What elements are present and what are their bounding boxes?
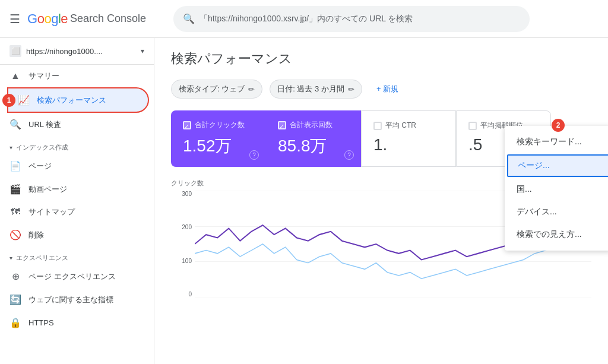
header: ☰ Google Search Console 🔍 「https://nihon… — [0, 0, 608, 38]
remove-icon: 🚫 — [10, 229, 21, 240]
sidebar-item-web-vitals[interactable]: 🔄 ウェブに関する主な指標 — [0, 288, 149, 311]
sidebar-item-video-pages[interactable]: 🎬 動画ページ — [0, 178, 149, 201]
sidebar-item-remove[interactable]: 🚫 削除 — [0, 223, 149, 246]
step1-badge: 1 — [2, 94, 15, 107]
impressions-label: 合計表示回数 — [278, 120, 349, 130]
ctr-label: 平均 CTR — [373, 121, 444, 131]
search-type-label: 検索タイプ: ウェブ — [179, 84, 245, 94]
y-value-200: 200 — [171, 224, 192, 230]
app-title: Search Console — [70, 12, 146, 25]
y-value-300: 300 — [171, 191, 192, 197]
clicks-help-icon[interactable]: ? — [249, 150, 259, 160]
page-title: 検索パフォーマンス — [171, 50, 591, 68]
section-index: インデックス作成 — [0, 136, 154, 154]
logo-area: Google Search Console — [27, 11, 146, 27]
content-area: 検索パフォーマンス 検索タイプ: ウェブ ✏ 日付: 過去 3 か月間 ✏ + … — [154, 38, 608, 364]
site-dropdown-arrow: ▾ — [141, 47, 144, 55]
google-logo: Google — [27, 11, 68, 27]
sidebar-item-pages[interactable]: 📄 ページ — [0, 154, 149, 178]
sidebar-item-label: 検索パフォーマンス — [37, 95, 106, 106]
sidebar-item-label: ページ エクスペリエンス — [28, 271, 116, 282]
url-inspect-icon: 🔍 — [10, 119, 21, 130]
edit-icon: ✏ — [248, 85, 255, 94]
sidebar-item-label: サイトマップ — [28, 207, 75, 217]
hamburger-icon[interactable]: ☰ — [10, 12, 20, 26]
date-filter[interactable]: 日付: 過去 3 か月間 ✏ — [270, 80, 362, 99]
video-pages-icon: 🎬 — [10, 183, 21, 195]
dropdown-item-search-appearance[interactable]: 検索での見え方... — [505, 223, 608, 246]
summary-icon: ▲ — [10, 71, 21, 81]
step2-badge: 2 — [552, 119, 565, 132]
ctr-checkbox[interactable] — [373, 122, 382, 130]
site-selector[interactable]: ⬜ https://nihongo1000.... ▾ — [0, 38, 154, 65]
web-vitals-icon: 🔄 — [10, 294, 21, 305]
section-experience: エクスペリエンス — [0, 246, 154, 265]
ctr-value: 1. — [373, 135, 444, 154]
sidebar-item-label: ウェブに関する主な指標 — [28, 295, 113, 305]
filter-bar: 検索タイプ: ウェブ ✏ 日付: 過去 3 か月間 ✏ + 新規 — [171, 80, 591, 99]
metric-card-ctr[interactable]: 平均 CTR 1. — [361, 110, 456, 167]
sidebar-item-label: HTTPS — [28, 318, 54, 327]
site-name: https://nihongo1000.... — [26, 47, 136, 56]
search-bar-text: 「https://nihongo1000.xsrv.jp/」内のすべての URL… — [200, 14, 413, 24]
impressions-value: 85.8万 — [278, 135, 349, 157]
sidebar-item-summary[interactable]: ▲ サマリー — [0, 65, 149, 87]
sidebar-item-url-inspect[interactable]: 🔍 URL 検査 — [0, 113, 149, 136]
header-left: ☰ Google Search Console — [10, 11, 164, 27]
main-layout: ⬜ https://nihongo1000.... ▾ ▲ サマリー 1 📈 検… — [0, 38, 608, 364]
sitemap-icon: 🗺 — [10, 207, 21, 217]
sidebar-item-label: ページ — [28, 161, 52, 172]
metric-card-clicks[interactable]: 合計クリック数 1.52万 ? — [171, 110, 266, 167]
sidebar-item-label: URL 検査 — [28, 119, 61, 130]
clicks-value: 1.52万 — [183, 135, 254, 157]
dropdown-menu: 2 検索キーワード... ページ... 国... デバイス... 検索での見え方… — [505, 126, 608, 251]
dropdown-item-device[interactable]: デバイス... — [505, 201, 608, 223]
site-icon: ⬜ — [10, 45, 21, 57]
y-value-0: 0 — [171, 291, 192, 297]
metric-card-impressions[interactable]: 合計表示回数 85.8万 ? — [266, 110, 361, 167]
performance-icon: 📈 — [18, 94, 30, 106]
impressions-help-icon[interactable]: ? — [344, 150, 354, 160]
new-filter-button[interactable]: + 新規 — [369, 80, 406, 98]
sidebar: ⬜ https://nihongo1000.... ▾ ▲ サマリー 1 📈 検… — [0, 38, 154, 364]
dropdown-item-search-keyword[interactable]: 検索キーワード... — [505, 131, 608, 153]
chart-y-labels: 300 200 100 0 — [171, 191, 192, 297]
sidebar-item-page-experience[interactable]: ⊕ ページ エクスペリエンス — [0, 265, 149, 288]
sidebar-item-label: サマリー — [28, 71, 59, 81]
https-icon: 🔒 — [10, 317, 21, 328]
position-checkbox[interactable] — [468, 122, 477, 130]
date-label: 日付: 過去 3 か月間 — [277, 84, 344, 94]
pages-icon: 📄 — [10, 160, 21, 172]
sidebar-item-sitemap[interactable]: 🗺 サイトマップ — [0, 201, 149, 223]
dropdown-item-page[interactable]: ページ... — [507, 154, 608, 177]
y-value-100: 100 — [171, 258, 192, 264]
page-exp-icon: ⊕ — [10, 271, 21, 282]
sidebar-item-label: 動画ページ — [28, 184, 67, 195]
search-type-filter[interactable]: 検索タイプ: ウェブ ✏ — [171, 80, 262, 99]
clicks-checkbox[interactable] — [183, 121, 191, 129]
search-icon: 🔍 — [183, 13, 195, 24]
search-bar[interactable]: 🔍 「https://nihongo1000.xsrv.jp/」内のすべての U… — [173, 6, 530, 32]
sidebar-item-label: 削除 — [28, 230, 44, 240]
sidebar-item-https[interactable]: 🔒 HTTPS — [0, 311, 149, 334]
clicks-label: 合計クリック数 — [183, 120, 254, 130]
edit-icon: ✏ — [348, 85, 354, 94]
impressions-checkbox[interactable] — [278, 121, 286, 129]
sidebar-item-search-performance[interactable]: 1 📈 検索パフォーマンス — [7, 87, 149, 113]
dropdown-item-country[interactable]: 国... — [505, 178, 608, 201]
